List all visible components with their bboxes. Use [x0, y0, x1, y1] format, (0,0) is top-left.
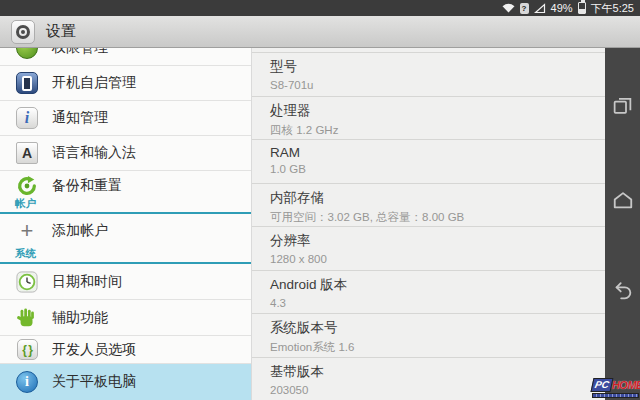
info-title: Android 版本 — [270, 276, 593, 294]
watermark-pc-text: PC — [591, 378, 614, 392]
info-value: 可用空间：3.02 GB, 总容量：8.00 GB — [270, 210, 593, 225]
info-row-android-version[interactable]: Android 版本 4.3 — [252, 271, 605, 315]
sidebar-item-accessibility[interactable]: 辅助功能 — [0, 300, 251, 336]
sidebar-item-label: 开发人员选项 — [52, 341, 136, 359]
permission-manager-icon — [15, 48, 39, 60]
backup-reset-icon — [15, 174, 39, 198]
sidebar-item-label: 辅助功能 — [52, 309, 108, 327]
info-title: 型号 — [270, 58, 593, 76]
back-icon — [612, 280, 634, 302]
watermark-url-bar — [592, 393, 639, 398]
sidebar-item-label: 通知管理 — [52, 109, 108, 127]
battery-percent: 49% — [551, 0, 573, 16]
info-row-ram[interactable]: RAM 1.0 GB — [252, 140, 605, 184]
sidebar-item-date-time[interactable]: 日期和时间 — [0, 264, 251, 300]
info-value: Emotion系统 1.6 — [270, 340, 593, 355]
about-info-icon: i — [15, 370, 39, 394]
signal-triangle-icon — [534, 3, 546, 14]
info-row-resolution[interactable]: 分辨率 1280 x 800 — [252, 227, 605, 271]
section-header-accounts: 帐户 — [0, 200, 251, 214]
back-button[interactable] — [611, 279, 634, 302]
info-row-processor[interactable]: 处理器 四核 1.2 GHz — [252, 97, 605, 141]
sidebar-item-notification-manager[interactable]: i 通知管理 — [0, 101, 251, 136]
developer-options-icon: { } — [15, 338, 39, 362]
info-title: 处理器 — [270, 102, 593, 120]
sidebar-item-developer-options[interactable]: { } 开发人员选项 — [0, 336, 251, 364]
system-nav-bar — [605, 48, 640, 400]
info-title: 基带版本 — [270, 363, 593, 381]
header: 设置 — [0, 16, 640, 48]
about-info-list: 型号 S8-701u 处理器 四核 1.2 GHz RAM 1.0 GB 内部存… — [252, 52, 605, 400]
accessibility-hand-icon — [15, 306, 39, 330]
section-header-system: 系统 — [0, 248, 251, 264]
watermark-home-text: HOME — [612, 379, 640, 391]
page-title: 设置 — [46, 22, 76, 41]
no-sim-icon: ? — [520, 3, 529, 14]
status-bar: ? 49% 下午5:25 — [0, 0, 640, 16]
notification-manager-icon: i — [15, 106, 39, 130]
sidebar-item-about-tablet[interactable]: i 关于平板电脑 — [0, 364, 251, 400]
info-value: 1.0 GB — [270, 163, 593, 175]
sidebar-item-label: 添加帐户 — [52, 222, 108, 240]
info-row-system-version[interactable]: 系统版本号 Emotion系统 1.6 — [252, 314, 605, 358]
date-time-clock-icon — [15, 270, 39, 294]
startup-manager-icon — [15, 71, 39, 95]
info-title: 系统版本号 — [270, 319, 593, 337]
settings-gear-icon — [11, 20, 35, 44]
sidebar-item-add-account[interactable]: + 添加帐户 — [0, 214, 251, 248]
info-title: 内部存储 — [270, 189, 593, 207]
wifi-icon — [502, 3, 515, 13]
clock-text: 下午5:25 — [591, 0, 634, 16]
info-row-internal-storage[interactable]: 内部存储 可用空间：3.02 GB, 总容量：8.00 GB — [252, 184, 605, 228]
sidebar-item-label: 备份和重置 — [52, 177, 122, 195]
recents-button[interactable] — [611, 94, 634, 117]
home-button[interactable] — [611, 188, 634, 211]
section-label: 帐户 — [15, 197, 36, 211]
page-body: 权限管理 开机自启管理 i 通知管理 A 语言和输入法 — [0, 48, 640, 400]
sidebar-item-label: 权限管理 — [52, 48, 108, 57]
info-value: 1280 x 800 — [270, 253, 593, 265]
recents-icon — [612, 95, 633, 116]
sidebar-item-label: 关于平板电脑 — [52, 373, 136, 391]
section-label: 系统 — [15, 247, 36, 261]
info-title: RAM — [270, 145, 593, 160]
info-value: 四核 1.2 GHz — [270, 123, 593, 138]
sidebar-item-permission-manager[interactable]: 权限管理 — [0, 48, 251, 66]
sidebar-item-label: 开机自启管理 — [52, 74, 136, 92]
sidebar-item-startup-manager[interactable]: 开机自启管理 — [0, 66, 251, 101]
info-title: 分辨率 — [270, 232, 593, 250]
sidebar-item-label: 日期和时间 — [52, 273, 122, 291]
about-tablet-panel: 型号 S8-701u 处理器 四核 1.2 GHz RAM 1.0 GB 内部存… — [252, 48, 605, 400]
language-input-icon: A — [15, 141, 39, 165]
home-icon — [612, 189, 634, 211]
add-account-plus-icon: + — [15, 219, 39, 243]
info-row-model[interactable]: 型号 S8-701u — [252, 53, 605, 97]
info-value: 203050 — [270, 384, 593, 396]
settings-sidebar: 权限管理 开机自启管理 i 通知管理 A 语言和输入法 — [0, 48, 252, 400]
info-row-baseband-version[interactable]: 基带版本 203050 — [252, 358, 605, 400]
battery-icon — [578, 2, 586, 14]
sidebar-item-language-input[interactable]: A 语言和输入法 — [0, 136, 251, 171]
info-value: 4.3 — [270, 297, 593, 309]
sidebar-item-backup-reset[interactable]: 备份和重置 — [0, 171, 251, 200]
tablet-settings-screen: ? 49% 下午5:25 设置 权限管理 开机自启管理 i — [0, 0, 640, 400]
sidebar-item-label: 语言和输入法 — [52, 144, 136, 162]
info-value: S8-701u — [270, 79, 593, 91]
pchome-watermark: PC HOME — [592, 378, 639, 398]
